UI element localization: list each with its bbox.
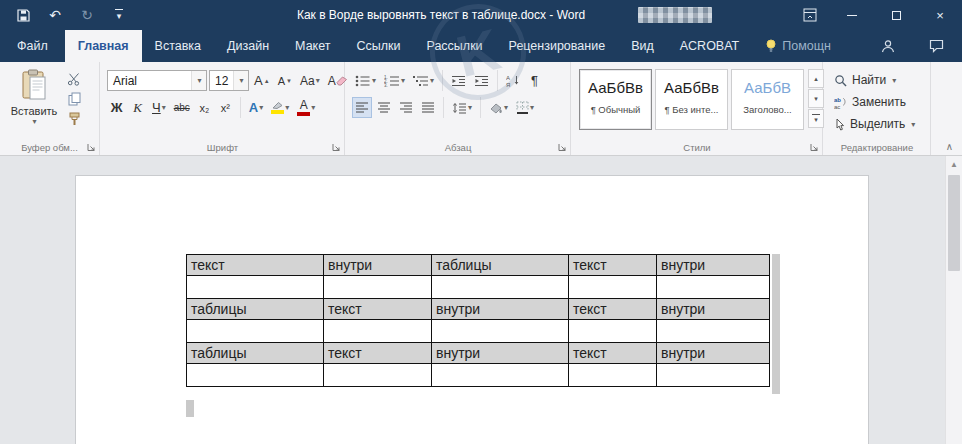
tab-design[interactable]: Дизайн [214, 30, 282, 62]
find-button[interactable]: Найти ▾ [834, 71, 915, 89]
table-cell[interactable]: текст [324, 299, 432, 320]
tab-mailings[interactable]: Рассылки [413, 30, 495, 62]
table-cell[interactable] [657, 320, 770, 343]
align-left-button[interactable] [352, 97, 372, 118]
font-family-combobox[interactable]: Arial ▾ [107, 70, 207, 91]
align-center-button[interactable] [374, 97, 394, 118]
show-formatting-marks-button[interactable]: ¶ [525, 70, 544, 91]
line-spacing-button[interactable]: ▾ [449, 97, 475, 118]
tab-review[interactable]: Рецензирование [496, 30, 619, 62]
style-heading1[interactable]: АаБбВ Заголово... [731, 69, 804, 130]
tab-home[interactable]: Главная [65, 30, 142, 62]
table-cell[interactable] [569, 276, 657, 299]
cut-button[interactable] [64, 70, 84, 87]
table-cell[interactable] [324, 320, 432, 343]
superscript-button[interactable]: х² [216, 97, 235, 118]
table-cell[interactable]: текст [187, 255, 324, 276]
paragraph-dialog-launcher[interactable] [557, 142, 568, 153]
table-cell[interactable]: таблицы [187, 299, 324, 320]
styles-scroll-down-button[interactable]: ▾ [808, 89, 824, 108]
collapse-ribbon-button[interactable]: ∧ [946, 141, 953, 152]
table-cell[interactable]: таблицы [187, 343, 324, 364]
styles-dialog-launcher[interactable] [809, 142, 820, 153]
tab-insert[interactable]: Вставка [142, 30, 214, 62]
customize-qat-button[interactable]: ▾ [108, 4, 130, 26]
comment-icon[interactable] [929, 39, 944, 53]
table-cell[interactable] [657, 364, 770, 387]
tab-layout[interactable]: Макет [282, 30, 343, 62]
shading-button[interactable]: ▾ [486, 97, 511, 118]
table-cell[interactable]: внутри [324, 255, 432, 276]
increase-indent-button[interactable] [471, 70, 492, 91]
tab-tell-me[interactable]: Помощн [752, 30, 844, 62]
table-cell[interactable] [432, 364, 569, 387]
table-cell[interactable] [569, 364, 657, 387]
close-button[interactable]: × [918, 0, 962, 30]
table-cell[interactable] [432, 320, 569, 343]
paste-button[interactable]: Вставить ▾ [8, 69, 60, 135]
change-case-button[interactable]: Аа▾ [297, 70, 323, 91]
align-right-button[interactable] [396, 97, 416, 118]
table-cell[interactable]: внутри [432, 343, 569, 364]
table-cell[interactable]: внутри [657, 343, 770, 364]
table-cell[interactable]: таблицы [432, 255, 569, 276]
redo-button[interactable]: ↻ [76, 4, 98, 26]
scrollbar-thumb[interactable] [948, 175, 960, 271]
clipboard-dialog-launcher[interactable] [86, 142, 97, 153]
subscript-button[interactable]: х₂ [195, 97, 214, 118]
save-button[interactable] [12, 4, 34, 26]
sort-button[interactable]: АЯ [503, 70, 523, 91]
underline-button[interactable]: Ч▾ [149, 97, 169, 118]
tab-references[interactable]: Ссылки [343, 30, 413, 62]
numbering-button[interactable]: 1.2.3. ▾ [381, 70, 408, 91]
select-button[interactable]: Выделить ▾ [834, 115, 915, 133]
font-size-combobox[interactable]: 12 ▾ [209, 70, 249, 91]
style-normal[interactable]: АаБбВв ¶ Обычный [579, 69, 652, 130]
decrease-indent-button[interactable] [448, 70, 469, 91]
maximize-button[interactable] [874, 0, 918, 30]
tab-file[interactable]: Файл [0, 30, 65, 62]
table-cell[interactable] [324, 364, 432, 387]
italic-button[interactable]: К [128, 97, 147, 118]
justify-button[interactable] [418, 97, 438, 118]
minimize-button[interactable] [830, 0, 874, 30]
table-cell[interactable] [187, 320, 324, 343]
table-cell[interactable] [432, 276, 569, 299]
bullets-button[interactable]: ▾ [352, 70, 379, 91]
table-cell[interactable]: текст [569, 255, 657, 276]
styles-more-button[interactable]: ▾ [808, 109, 824, 128]
table-cell[interactable]: текст [569, 343, 657, 364]
table-cell[interactable]: внутри [432, 299, 569, 320]
styles-scroll-up-button[interactable]: ▴ [808, 69, 824, 88]
table-cell[interactable] [569, 320, 657, 343]
borders-button[interactable]: ▾ [513, 97, 537, 118]
table-cell[interactable]: внутри [657, 255, 770, 276]
font-color-button[interactable]: А ▾ [294, 97, 318, 118]
format-painter-button[interactable] [64, 110, 84, 127]
table-cell[interactable]: внутри [657, 299, 770, 320]
table-cell[interactable] [187, 276, 324, 299]
bold-button[interactable]: Ж [107, 97, 126, 118]
undo-button[interactable]: ↶ [44, 4, 66, 26]
scrollbar-up-button[interactable]: ▲ [946, 156, 962, 172]
document-page[interactable]: текст внутри таблицы текст внутри таблиц… [75, 175, 869, 444]
sign-in-user-icon[interactable] [881, 39, 895, 53]
shrink-font-button[interactable]: А▼ [275, 70, 295, 91]
table-cell[interactable] [324, 276, 432, 299]
tab-acrobat[interactable]: ACROBAT [667, 30, 753, 62]
table-cell[interactable]: текст [569, 299, 657, 320]
strikethrough-button[interactable]: abc [171, 97, 193, 118]
copy-button[interactable] [64, 90, 84, 107]
grow-font-button[interactable]: А▲ [251, 70, 273, 91]
table-cell[interactable] [187, 364, 324, 387]
highlight-color-button[interactable]: ▾ [268, 97, 292, 118]
style-no-spacing[interactable]: АаБбВв ¶ Без инте... [655, 69, 728, 130]
ribbon-display-options-button[interactable] [790, 0, 830, 30]
vertical-scrollbar[interactable]: ▲ [945, 156, 962, 444]
replace-button[interactable]: ab ac Заменить [834, 93, 915, 111]
text-effects-button[interactable]: А▾ [246, 97, 266, 118]
tab-view[interactable]: Вид [618, 30, 667, 62]
multilevel-list-button[interactable]: ▾ [410, 70, 437, 91]
table-cell[interactable] [657, 276, 770, 299]
font-dialog-launcher[interactable] [331, 142, 342, 153]
